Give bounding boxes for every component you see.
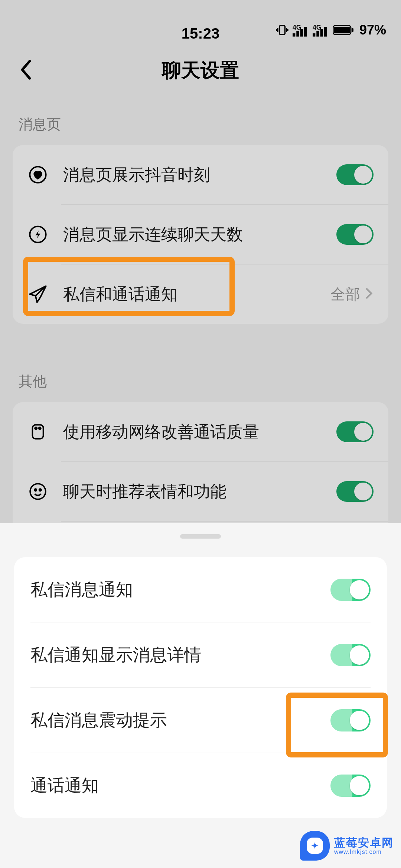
chevron-right-icon (365, 287, 374, 302)
lightning-bubble-icon (27, 224, 48, 245)
battery-icon (333, 24, 354, 36)
row-value: 全部 (330, 284, 360, 305)
toggle-dm-vibrate[interactable] (330, 709, 371, 731)
heart-circle-icon (27, 164, 48, 185)
status-bar: 15:23 4G 4G 97% (0, 0, 401, 45)
svg-rect-0 (279, 26, 285, 34)
nav-bar: 聊天设置 (0, 45, 401, 96)
svg-rect-12 (334, 27, 350, 33)
watermark-logo-icon (300, 831, 330, 861)
row-label: 使用移动网络改善通话质量 (63, 421, 336, 443)
watermark-url: www.lmkjst.com (334, 849, 394, 855)
chevron-left-icon (19, 59, 33, 81)
row-douyin-moments[interactable]: 消息页展示抖音时刻 (13, 145, 388, 204)
section-label-other: 其他 (0, 354, 401, 402)
signal-4g-1-icon: 4G (293, 23, 309, 37)
battery-percent: 97% (359, 22, 386, 38)
row-emoji-suggest[interactable]: 聊天时推荐表情和功能 (13, 462, 388, 521)
toggle-douyin-moments[interactable] (336, 164, 374, 185)
sheet-row-dm-notify[interactable]: 私信消息通知 (14, 557, 387, 622)
watermark: 蓝莓安卓网 www.lmkjst.com (300, 831, 394, 861)
svg-rect-3 (296, 31, 299, 37)
back-button[interactable] (19, 59, 33, 82)
sheet-row-dm-detail[interactable]: 私信通知显示消息详情 (14, 622, 387, 687)
sheet-row-call-notify[interactable]: 通话通知 (14, 753, 387, 818)
status-time: 15:23 (182, 25, 219, 42)
svg-rect-10 (324, 27, 327, 36)
toggle-dm-notify[interactable] (330, 579, 371, 601)
status-right: 4G 4G 97% (276, 22, 386, 38)
sheet-row-dm-vibrate[interactable]: 私信消息震动提示 (14, 688, 387, 753)
signal-4g-2-icon: 4G (313, 23, 329, 37)
svg-point-20 (35, 489, 36, 491)
bottom-sheet[interactable]: 私信消息通知 私信通知显示消息详情 私信消息震动提示 通话通知 (0, 523, 401, 868)
sheet-row-label: 私信消息震动提示 (30, 709, 167, 732)
svg-text:4G: 4G (313, 24, 321, 31)
toggle-mobile-network[interactable] (336, 421, 374, 442)
smile-icon (27, 481, 48, 502)
row-label: 消息页显示连续聊天天数 (63, 224, 336, 246)
paper-plane-icon (27, 284, 48, 305)
page-title: 聊天设置 (162, 57, 239, 83)
svg-rect-9 (320, 29, 323, 37)
toggle-emoji-suggest[interactable] (336, 481, 374, 502)
row-mobile-network[interactable]: 使用移动网络改善通话质量 (13, 402, 388, 461)
toggle-chat-streak[interactable] (336, 224, 374, 245)
svg-rect-5 (304, 27, 307, 36)
sheet-row-label: 私信通知显示消息详情 (30, 644, 201, 667)
toggle-dm-detail[interactable] (330, 644, 371, 666)
sheet-row-label: 私信消息通知 (30, 578, 133, 601)
row-label: 聊天时推荐表情和功能 (63, 481, 336, 503)
svg-rect-7 (313, 33, 315, 37)
sheet-card: 私信消息通知 私信通知显示消息详情 私信消息震动提示 通话通知 (14, 557, 387, 818)
vibrate-icon (276, 23, 289, 37)
sheet-row-label: 通话通知 (30, 774, 99, 797)
row-label: 消息页展示抖音时刻 (63, 164, 336, 186)
svg-point-21 (39, 489, 41, 491)
row-dm-call-notify[interactable]: 私信和通话通知 全部 (13, 264, 388, 324)
svg-rect-13 (352, 28, 353, 32)
toggle-call-notify[interactable] (330, 775, 371, 797)
svg-point-19 (30, 484, 46, 499)
row-chat-streak[interactable]: 消息页显示连续聊天天数 (13, 205, 388, 264)
svg-rect-2 (293, 33, 295, 37)
svg-rect-16 (32, 425, 43, 439)
svg-text:4G: 4G (293, 24, 301, 31)
svg-point-17 (35, 427, 37, 429)
watermark-title: 蓝莓安卓网 (334, 836, 394, 849)
sim-icon (27, 421, 48, 442)
svg-rect-8 (316, 31, 319, 37)
sheet-drag-handle[interactable] (180, 534, 221, 539)
section-label-msg: 消息页 (0, 96, 401, 145)
svg-rect-4 (300, 29, 303, 37)
msg-card: 消息页展示抖音时刻 消息页显示连续聊天天数 私信和通话通知 全部 (13, 145, 388, 324)
row-label: 私信和通话通知 (63, 283, 330, 305)
svg-point-18 (39, 427, 41, 429)
